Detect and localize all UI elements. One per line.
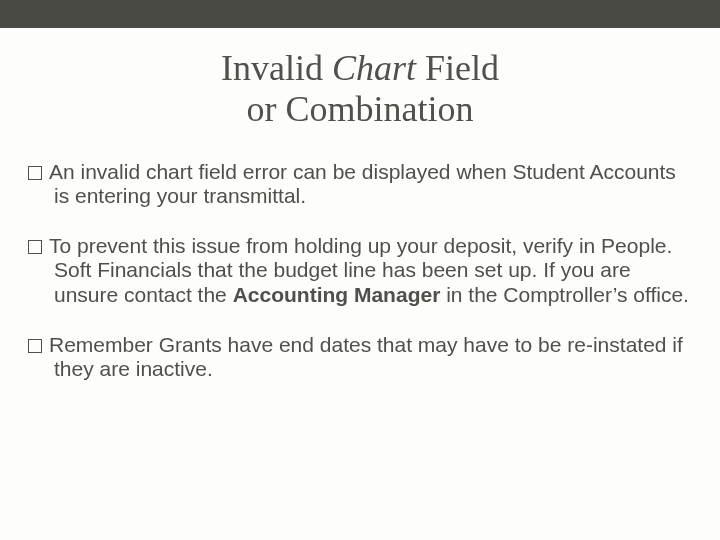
bullet-2-bold: Accounting Manager [233,283,441,306]
bullet-1-text: An invalid chart field error can be disp… [49,160,676,207]
slide: Invalid Chart Field or Combination An in… [0,0,720,540]
bullet-3-text: Remember Grants have end dates that may … [49,333,683,380]
slide-title: Invalid Chart Field or Combination [0,48,720,131]
checkbox-icon [28,166,42,180]
title-italic: Chart [332,48,425,88]
title-line2: or Combination [247,89,474,129]
checkbox-icon [28,339,42,353]
bullet-1: An invalid chart field error can be disp… [28,160,690,208]
title-post1: Field [425,48,499,88]
top-bar [0,0,720,28]
bullet-2: To prevent this issue from holding up yo… [28,234,690,306]
title-pre: Invalid [221,48,332,88]
bullet-3: Remember Grants have end dates that may … [28,333,690,381]
bullet-2-text-b: in the Comptroller’s office. [440,283,689,306]
slide-body: An invalid chart field error can be disp… [28,160,690,407]
checkbox-icon [28,240,42,254]
